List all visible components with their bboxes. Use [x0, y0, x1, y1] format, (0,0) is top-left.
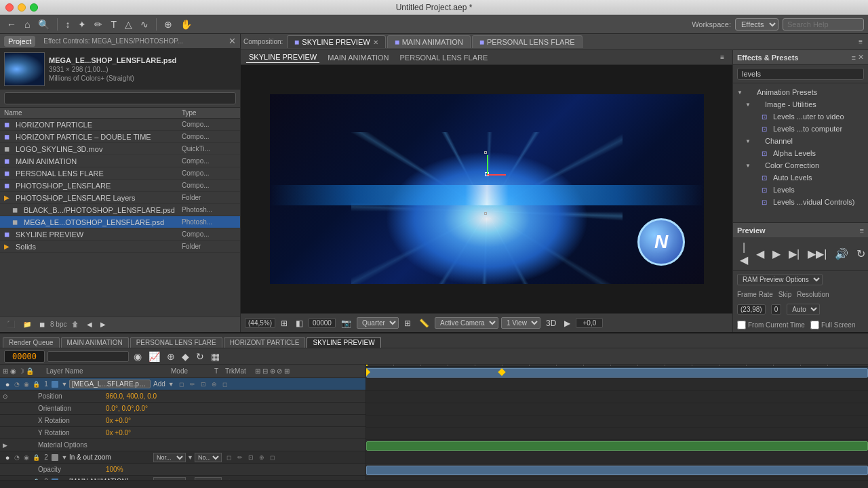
- playhead[interactable]: [366, 365, 368, 366]
- tl-ctrl-solo[interactable]: ◉: [132, 350, 144, 363]
- layer-2-expand[interactable]: ▼: [60, 454, 69, 461]
- fit-btn[interactable]: ⊞: [278, 317, 290, 329]
- import-btn[interactable]: ⬛: [4, 319, 18, 329]
- preview-loop[interactable]: ↻: [854, 246, 868, 262]
- comp-tab-skyline[interactable]: ◼ SKYLINE PREVIEW ✕: [287, 35, 385, 48]
- layer-2-sw4[interactable]: ⊕: [257, 453, 267, 462]
- layer-1-xrot-value[interactable]: 0x +0.0°: [106, 417, 131, 424]
- nav-back[interactable]: ◀: [84, 319, 95, 329]
- viewer-options-btn[interactable]: ≡: [717, 52, 727, 62]
- tab-project[interactable]: Project: [4, 36, 35, 47]
- views-select[interactable]: 1 View: [501, 317, 540, 329]
- file-item-5[interactable]: ◼ PERSONAL LENS FLARE Compo...: [0, 167, 240, 180]
- viewer-tab-main[interactable]: MAIN ANIMATION: [325, 52, 391, 63]
- layer-row-2[interactable]: ● ◔ ◉ 🔒 2 ▼ In & out zoom Nor... ▼ No...: [0, 451, 366, 464]
- search-input[interactable]: [783, 18, 864, 30]
- folder-btn[interactable]: 📁: [20, 319, 34, 329]
- close-button[interactable]: [5, 3, 14, 12]
- file-item-2[interactable]: ◼ HORIZONT PARTICLE – DOUBLE TIME Compo.…: [0, 131, 240, 143]
- preview-prev-frame[interactable]: ◀: [753, 246, 767, 262]
- tree-item-8[interactable]: ⊡ Levels: [733, 184, 868, 196]
- layer-1-vis[interactable]: ●: [3, 380, 12, 389]
- layer-2-name[interactable]: In & out zoom: [69, 453, 151, 461]
- minimize-button[interactable]: [18, 3, 26, 12]
- tree-item-1[interactable]: ▼ Image - Utilities: [733, 98, 868, 110]
- layer-1-material-expand[interactable]: ▶: [3, 442, 7, 449]
- timecode-display[interactable]: 00000: [309, 318, 336, 328]
- file-item-9[interactable]: ◼ MEGA_LE...OTOSHOP_LENSFLARE.psd Photos…: [0, 216, 240, 228]
- tree-item-9[interactable]: ⊡ Levels ...vidual Controls): [733, 196, 868, 208]
- layer-1-solo[interactable]: ◉: [22, 380, 31, 389]
- tree-item-3[interactable]: ⊡ Levels ...to computer: [733, 123, 868, 135]
- layer-1-mode[interactable]: Add: [153, 380, 165, 388]
- layer-1-expand[interactable]: ▼: [60, 381, 69, 388]
- file-item-10[interactable]: ◼ SKYLINE PREVIEW Compo...: [0, 228, 240, 241]
- preview-play[interactable]: ▶: [770, 246, 783, 262]
- layer-2-sw1[interactable]: ◻: [224, 453, 234, 462]
- layer-2-lock[interactable]: 🔒: [31, 453, 41, 462]
- toolbar-magnify[interactable]: 🔍: [35, 18, 52, 31]
- effects-panel-menu[interactable]: ≡: [852, 53, 856, 62]
- layer-1-sw3[interactable]: ⊡: [199, 380, 208, 389]
- comp-btn[interactable]: ◼: [37, 319, 47, 329]
- layer-1-sw2[interactable]: ✏: [188, 380, 197, 389]
- tree-item-5[interactable]: ⊡ Alpha Levels: [733, 147, 868, 159]
- tl-ctrl-motion[interactable]: ↻: [194, 350, 206, 363]
- file-item-7[interactable]: ▶ PHOTOSHOP_LENSFLARE Layers Folder: [0, 192, 240, 204]
- preview-last-frame[interactable]: ▶▶|: [805, 246, 829, 262]
- comp-tab-close-skyline[interactable]: ✕: [373, 39, 378, 46]
- tl-tab-skyline[interactable]: SKYLINE PREVIEW: [307, 337, 380, 348]
- tl-ctrl-markers[interactable]: ◆: [180, 350, 191, 363]
- layer-2-sw5[interactable]: ◻: [268, 453, 277, 462]
- tl-tab-render[interactable]: Render Queue: [3, 337, 60, 348]
- tl-tab-horizont[interactable]: HORIZONT PARTICLE: [224, 337, 306, 348]
- tl-tab-main[interactable]: MAIN ANIMATION: [61, 337, 129, 348]
- file-item-8[interactable]: ◼ BLACK_B.../PHOTOSHOP_LENSFLARE.psd Pho…: [0, 204, 240, 216]
- preview-audio[interactable]: 🔊: [832, 246, 851, 262]
- project-search-input[interactable]: [4, 92, 236, 104]
- layer-2-audio[interactable]: ◔: [12, 453, 22, 462]
- layer-row-1[interactable]: ● ◔ ◉ 🔒 1 ▼ [MEGA_L...SFLARE.psd] Add ▼ …: [0, 378, 366, 390]
- layer-1-sw4[interactable]: ⊕: [210, 380, 219, 389]
- resolution-select[interactable]: Quarter: [357, 317, 399, 329]
- skip-value[interactable]: 0: [771, 304, 782, 314]
- tl-ctrl-properties[interactable]: ⊕: [165, 350, 177, 363]
- effects-panel-collapse[interactable]: ✕: [858, 53, 864, 62]
- preview-panel-menu[interactable]: ≡: [860, 226, 864, 235]
- file-item-11[interactable]: ▶ Solids Folder: [0, 241, 240, 253]
- timeline-timecode[interactable]: 00000: [4, 350, 45, 363]
- layer-1-sw5[interactable]: ◻: [220, 380, 230, 389]
- layer-1-lock[interactable]: 🔒: [31, 380, 41, 389]
- panel-close-btn[interactable]: ✕: [229, 36, 236, 46]
- frame-rate-value[interactable]: (23,98): [737, 304, 766, 314]
- camera-select[interactable]: Active Camera: [435, 317, 498, 329]
- tree-item-7[interactable]: ⊡ Auto Levels: [733, 171, 868, 184]
- effects-search-input[interactable]: [737, 68, 864, 80]
- preview-first-frame[interactable]: |◀: [737, 240, 751, 268]
- toolbar-home[interactable]: ⌂: [22, 18, 33, 31]
- timeline-search[interactable]: [47, 351, 129, 362]
- layer-1-orientation-value[interactable]: 0.0°, 0.0°,0.0°: [106, 405, 148, 412]
- tree-item-2[interactable]: ⊡ Levels ...uter to video: [733, 110, 868, 123]
- ram-preview-select[interactable]: RAM Preview Options: [737, 274, 823, 285]
- file-item-6[interactable]: ◼ PHOTOSHOP_LENSFLARE Compo...: [0, 180, 240, 192]
- layer-2-solo[interactable]: ◉: [22, 453, 31, 462]
- layer-2-opacity-value[interactable]: 100%: [106, 466, 123, 473]
- layer-1-sw1[interactable]: ◻: [177, 380, 186, 389]
- pixel-btn[interactable]: ◧: [293, 317, 306, 329]
- tl-ctrl-columns[interactable]: ▦: [209, 350, 222, 363]
- layer-1-name[interactable]: [MEGA_L...SFLARE.psd]: [69, 380, 151, 388]
- workspace-select[interactable]: Effects: [735, 18, 778, 30]
- layer-2-vis[interactable]: ●: [3, 453, 12, 462]
- trash-btn[interactable]: 🗑: [69, 319, 81, 329]
- comp-options-btn[interactable]: ≡: [856, 37, 865, 47]
- viewer-tab-lens[interactable]: PERSONAL LENS FLARE: [397, 52, 491, 63]
- toolbar-pen[interactable]: ✏: [92, 18, 105, 31]
- resolution-value-select[interactable]: Auto: [787, 304, 820, 315]
- comp-tab-lens[interactable]: ◼ PERSONAL LENS FLARE: [472, 35, 583, 48]
- toolbar-text[interactable]: T: [108, 18, 119, 31]
- toolbar-puppet[interactable]: ∿: [138, 18, 151, 31]
- tl-tab-lens[interactable]: PERSONAL LENS FLARE: [130, 337, 222, 348]
- toolbar-camera[interactable]: ⊕: [161, 18, 175, 31]
- file-item-3[interactable]: ◼ LOGO_SKYLINE_3D.mov QuickTi...: [0, 143, 240, 155]
